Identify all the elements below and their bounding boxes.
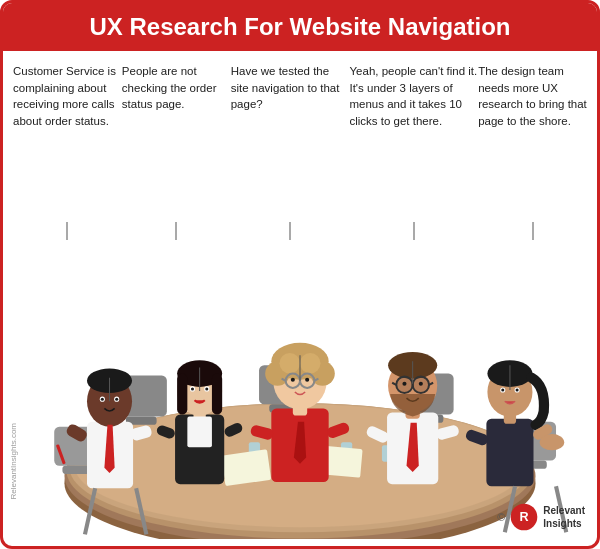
meeting-illustration <box>3 222 597 539</box>
logo-text: Relevant Insights <box>543 504 585 530</box>
main-card: UX Research For Website Navigation Custo… <box>0 0 600 549</box>
speech-bubble-4: Yeah, people can't find it. It's under 3… <box>349 63 478 222</box>
svg-point-54 <box>300 353 320 373</box>
svg-rect-11 <box>221 449 271 486</box>
svg-text:R: R <box>520 510 529 524</box>
svg-rect-44 <box>187 416 212 447</box>
svg-rect-79 <box>486 418 533 486</box>
svg-point-85 <box>501 388 504 391</box>
svg-point-60 <box>291 377 295 381</box>
svg-point-61 <box>305 377 309 381</box>
svg-point-89 <box>540 434 565 450</box>
header-title: UX Research For Website Navigation <box>89 13 510 40</box>
speech-bubble-3: Have we tested the site navigation to th… <box>231 63 350 222</box>
svg-point-74 <box>402 381 406 385</box>
svg-point-75 <box>419 381 423 385</box>
illustration-area: RelevantInsights.com © R Relevant Insigh… <box>3 222 597 539</box>
page-header: UX Research For Website Navigation <box>3 3 597 51</box>
svg-point-28 <box>101 397 104 400</box>
svg-point-42 <box>191 387 194 390</box>
svg-rect-38 <box>177 373 187 414</box>
svg-rect-39 <box>212 373 222 414</box>
svg-point-53 <box>280 353 300 373</box>
speech-bubble-2: People are not checking the order status… <box>122 63 231 222</box>
speech-bubble-1: Customer Service is complaining about re… <box>13 63 122 222</box>
copyright-symbol: © <box>497 511 505 523</box>
svg-point-29 <box>115 397 118 400</box>
speech-bubble-5: The design team needs more UX research t… <box>478 63 587 222</box>
svg-point-43 <box>205 387 208 390</box>
svg-rect-20 <box>62 465 91 473</box>
watermark: RelevantInsights.com <box>9 423 18 499</box>
content-area: Customer Service is complaining about re… <box>3 51 597 539</box>
logo-area: © R Relevant Insights <box>497 503 585 531</box>
svg-point-86 <box>516 388 519 391</box>
speech-row: Customer Service is complaining about re… <box>3 51 597 222</box>
relevant-insights-logo: R <box>510 503 538 531</box>
